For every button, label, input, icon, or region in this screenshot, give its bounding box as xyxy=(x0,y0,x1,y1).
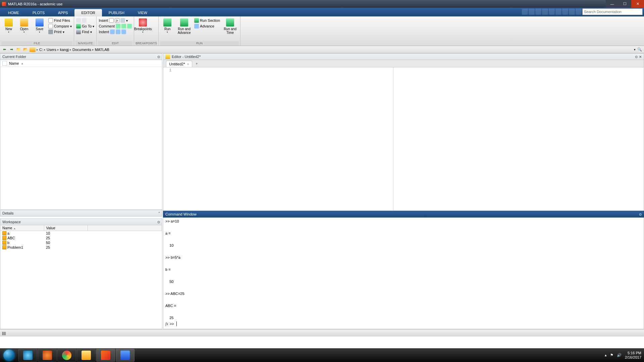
command-output: >> a=10 a = 10 >> b=5*a b = 50 >> ABC=25… xyxy=(165,219,184,320)
tab-plots[interactable]: PLOTS xyxy=(26,9,51,16)
command-window-header[interactable]: Command Window ⊙ xyxy=(163,211,644,218)
help-icon[interactable] xyxy=(576,9,582,15)
tab-view[interactable]: VIEW xyxy=(131,9,154,16)
taskbar-word[interactable] xyxy=(116,349,135,362)
tab-apps[interactable]: APPS xyxy=(51,9,74,16)
find-files-button[interactable]: Find Files xyxy=(48,18,72,23)
workspace-body[interactable]: Name ▲ Value a10ABC25b50Problem125 xyxy=(0,225,162,329)
advance-button[interactable]: Advance xyxy=(194,23,221,29)
workspace-row[interactable]: b50 xyxy=(0,240,162,245)
find-button[interactable]: Find ▾ xyxy=(75,29,95,35)
workspace-col-value[interactable]: Value xyxy=(44,225,88,231)
tray-up-icon[interactable]: ▴ xyxy=(605,353,607,357)
quick-action-icon[interactable] xyxy=(522,9,528,15)
panel-menu-icon[interactable]: ⊙ xyxy=(639,213,642,216)
path-segment[interactable]: Documents xyxy=(72,48,91,52)
editor-icon xyxy=(165,54,170,59)
path-dropdown-icon[interactable]: ▾ xyxy=(634,48,636,51)
tray-clock[interactable]: 5:16 PM 2/16/2017 xyxy=(625,351,641,360)
taskbar-explorer[interactable] xyxy=(77,349,96,362)
fx-prompt-icon[interactable]: fx xyxy=(165,321,168,327)
minimize-button[interactable]: — xyxy=(606,0,619,8)
tab-editor[interactable]: EDITOR xyxy=(74,9,102,16)
editor-tabstrip: Untitled2* × ＋ xyxy=(163,60,644,67)
quick-action-icon[interactable] xyxy=(535,9,541,15)
run-button[interactable]: Run ▾ xyxy=(160,18,175,34)
editor-header[interactable]: Editor - Untitled2* ⊙✕ xyxy=(163,53,644,60)
code-split-line xyxy=(393,67,393,210)
workspace-row[interactable]: a10 xyxy=(0,231,162,236)
code-area[interactable] xyxy=(173,67,644,210)
close-button[interactable]: ✕ xyxy=(631,0,644,8)
compare-button[interactable]: Compare ▾ xyxy=(48,23,72,29)
insert-row[interactable]: Insert fx ▾ xyxy=(98,18,132,23)
search-path-icon[interactable]: 🔍 xyxy=(637,47,643,53)
taskbar-firefox[interactable] xyxy=(38,349,57,362)
breakpoints-button[interactable]: Breakpoints ▾ xyxy=(136,18,150,34)
editor-file-tab[interactable]: Untitled2* × xyxy=(166,61,192,67)
path-segment[interactable]: MATLAB xyxy=(95,48,109,52)
new-button[interactable]: New ▾ xyxy=(1,18,16,34)
current-folder-body[interactable]: Name ▲ xyxy=(0,60,162,210)
run-advance-button[interactable]: Run and Advance xyxy=(175,18,193,35)
path-segment[interactable]: Users xyxy=(47,48,56,52)
file-icon xyxy=(2,61,7,66)
tab-publish[interactable]: PUBLISH xyxy=(102,9,131,16)
current-folder-name-header[interactable]: Name ▲ xyxy=(0,60,162,67)
tray-volume-icon[interactable]: 🔊 xyxy=(617,353,622,357)
print-button[interactable]: Print ▾ xyxy=(48,29,72,35)
workspace-col-name[interactable]: Name ▲ xyxy=(0,225,44,231)
command-window-body[interactable]: >> a=10 a = 10 >> b=5*a b = 50 >> ABC=25… xyxy=(163,218,644,329)
goto-button[interactable]: Go To ▾ xyxy=(75,23,95,29)
quick-action-icon[interactable] xyxy=(529,9,535,15)
group-run: Run ▾ Run and Advance Run Section Advanc… xyxy=(159,16,240,46)
editor-body[interactable]: 1 xyxy=(163,67,644,211)
details-header[interactable]: Details ˄ xyxy=(0,210,162,217)
start-button[interactable] xyxy=(0,348,18,362)
quick-action-icon[interactable] xyxy=(562,9,568,15)
taskbar-ie[interactable] xyxy=(18,349,37,362)
wrap-comment-icon xyxy=(127,24,132,28)
comment-row[interactable]: Comment xyxy=(98,23,132,29)
new-file-icon xyxy=(5,18,13,26)
indent-row[interactable]: Indent xyxy=(98,29,132,35)
path-segment[interactable]: kangj xyxy=(60,48,69,52)
open-folder-icon xyxy=(20,18,28,26)
taskbar-chrome[interactable] xyxy=(57,349,76,362)
panel-close-icon[interactable]: ✕ xyxy=(639,55,642,59)
run-time-button[interactable]: Run and Time xyxy=(221,18,239,35)
expand-icon[interactable]: ˄ xyxy=(158,212,160,215)
quick-action-icon[interactable] xyxy=(549,9,555,15)
workspace-row[interactable]: Problem125 xyxy=(0,245,162,250)
back-button[interactable]: ⬅ xyxy=(1,47,7,53)
maximize-button[interactable]: ☐ xyxy=(619,0,631,8)
close-tab-icon[interactable]: × xyxy=(187,62,189,66)
search-documentation-input[interactable] xyxy=(582,8,643,15)
taskbar-matlab[interactable] xyxy=(96,349,115,362)
panel-menu-icon[interactable]: ⊙ xyxy=(635,55,638,59)
window-titlebar: MATLAB R2016a - academic use — ☐ ✕ xyxy=(0,0,644,8)
open-button[interactable]: Open ▾ xyxy=(17,18,32,34)
forward-button[interactable]: ➡ xyxy=(8,47,14,53)
quick-action-icon[interactable] xyxy=(569,9,575,15)
tray-action-center-icon[interactable]: ⚑ xyxy=(610,353,613,357)
add-tab-button[interactable]: ＋ xyxy=(192,60,201,67)
current-folder-header[interactable]: Current Folder ⊙ xyxy=(0,53,162,60)
quick-action-icon[interactable] xyxy=(542,9,548,15)
panel-menu-icon[interactable]: ⊙ xyxy=(157,55,160,59)
up-folder-button[interactable]: 📁 xyxy=(15,47,21,53)
tab-home[interactable]: HOME xyxy=(1,9,26,16)
run-section-button[interactable]: Run Section xyxy=(194,18,221,23)
uncomment-icon xyxy=(121,24,126,28)
panel-menu-icon[interactable]: ⊙ xyxy=(157,220,160,224)
save-button[interactable]: Save ▾ xyxy=(32,18,47,34)
run-section-icon xyxy=(194,18,199,23)
toolstrip-tabs: HOME PLOTS APPS EDITOR PUBLISH VIEW xyxy=(0,8,644,16)
workspace-header[interactable]: Workspace ⊙ xyxy=(0,219,162,225)
windows-orb-icon xyxy=(3,350,15,361)
quick-action-icon[interactable] xyxy=(555,9,561,15)
browse-button[interactable]: 📂 xyxy=(22,47,29,53)
workspace-row[interactable]: ABC25 xyxy=(0,236,162,240)
ie-icon xyxy=(23,351,33,360)
path-segment[interactable]: C: xyxy=(39,48,43,52)
